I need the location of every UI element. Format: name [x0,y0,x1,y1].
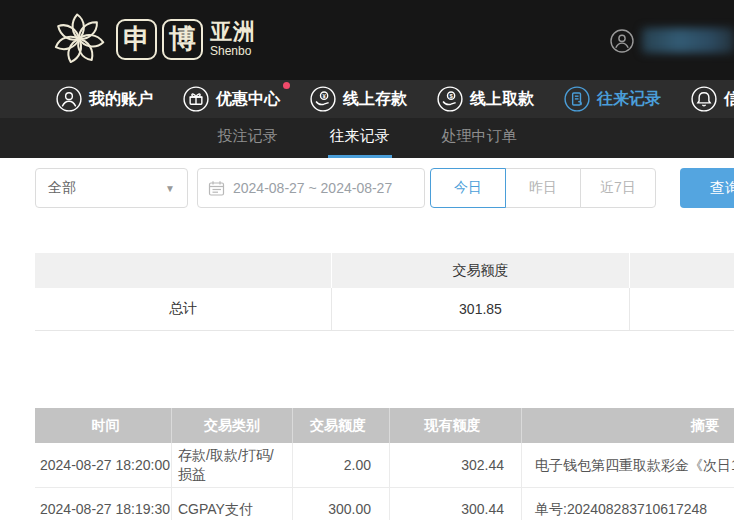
summary-total-label: 总计 [35,288,332,330]
transactions-table: 时间 交易类别 交易额度 现有额度 摘要 2024-08-27 18:20:00… [35,408,734,520]
tab-betting-records[interactable]: 投注记录 [216,118,280,158]
quick-date-buttons: 今日 昨日 近7日 [430,168,656,208]
summary-table: 交易额度 总计 301.85 [35,253,734,331]
nav-item-promotions[interactable]: 优惠中心 [183,86,280,112]
nav-label: 我的账户 [89,89,153,110]
nav-item-online-deposit[interactable]: ¥ 线上存款 [310,86,407,112]
account-icon [56,86,82,112]
username-redacted [642,28,734,53]
summary-table-header: 交易额度 [35,253,734,288]
col-header-amount: 交易额度 [293,408,390,443]
today-button[interactable]: 今日 [430,168,506,208]
nav-label: 优惠中心 [216,89,280,110]
cell-summary: 单号:202408283710617248 [522,488,734,520]
summary-total-value: 301.85 [332,288,630,330]
main-navigation: 我的账户 优惠中心 ¥ [0,80,734,118]
logo-region-text: 亚洲 [210,20,256,44]
deposit-icon: ¥ [310,86,336,112]
logo-char-shen: 申 [116,19,157,60]
cell-amount: 300.00 [293,488,390,520]
type-select-value: 全部 [48,179,76,197]
gift-icon [183,86,209,112]
cell-summary: 电子钱包第四重取款彩金《次日16 [522,443,734,487]
records-icon [564,86,590,112]
logo-char-bo: 博 [162,19,203,60]
cell-balance: 300.44 [390,488,522,520]
cell-time: 2024-08-27 18:20:00 [35,443,172,487]
summary-header-spacer [630,253,734,288]
table-row: 2024-08-27 18:19:30 CGPAY支付 300.00 300.4… [35,488,734,520]
user-area[interactable] [610,28,734,53]
nav-label: 往来记录 [597,89,661,110]
cell-type: CGPAY支付 [172,488,293,520]
summary-header-spacer [35,253,332,288]
summary-empty-cell [630,288,734,330]
transaction-records-page: 申 博 亚洲 Shenbo [0,0,734,520]
last-7-days-button[interactable]: 近7日 [580,168,656,208]
record-tabs: 投注记录 往来记录 处理中订单 [0,118,734,158]
withdraw-icon: $ [437,86,463,112]
transactions-table-header: 时间 交易类别 交易额度 现有额度 摘要 [35,408,734,443]
table-row: 2024-08-27 18:20:00 存款/取款/打码/损益 2.00 302… [35,443,734,488]
yesterday-button[interactable]: 昨日 [505,168,581,208]
top-bar: 申 博 亚洲 Shenbo [0,0,734,80]
nav-item-online-withdraw[interactable]: $ 线上取款 [437,86,534,112]
col-header-type: 交易类别 [172,408,293,443]
cell-time: 2024-08-27 18:19:30 [35,488,172,520]
bell-icon [691,86,717,112]
nav-label: 线上取款 [470,89,534,110]
user-avatar-icon[interactable] [610,29,634,53]
brand-logo[interactable]: 申 博 亚洲 Shenbo [50,8,256,70]
nav-label: 信息 [724,89,734,110]
flower-logo-icon [50,8,108,70]
nav-item-transaction-records[interactable]: 往来记录 [564,86,661,112]
tab-transaction-records[interactable]: 往来记录 [328,118,392,158]
cell-balance: 302.44 [390,443,522,487]
nav-item-messages[interactable]: 信息 [691,86,734,112]
col-header-time: 时间 [35,408,172,443]
type-select[interactable]: 全部 ▼ [35,168,188,208]
notification-dot [283,82,290,89]
calendar-icon [208,180,225,197]
date-range-value: 2024-08-27 ~ 2024-08-27 [233,180,392,196]
summary-total-row: 总计 301.85 [35,288,734,331]
date-range-input[interactable]: 2024-08-27 ~ 2024-08-27 [197,168,425,208]
svg-text:$: $ [449,93,453,99]
cell-type: 存款/取款/打码/损益 [172,443,293,487]
cell-amount: 2.00 [293,443,390,487]
col-header-balance: 现有额度 [390,408,522,443]
chevron-down-icon: ▼ [165,183,175,194]
summary-header-amount: 交易额度 [332,253,630,288]
nav-label: 线上存款 [343,89,407,110]
svg-text:¥: ¥ [322,93,326,99]
logo-subtitle: Shenbo [210,44,256,58]
search-button[interactable]: 查询 [680,168,734,208]
col-header-summary: 摘要 [522,408,734,443]
tab-pending-orders[interactable]: 处理中订单 [440,118,519,158]
nav-item-my-account[interactable]: 我的账户 [56,86,153,112]
